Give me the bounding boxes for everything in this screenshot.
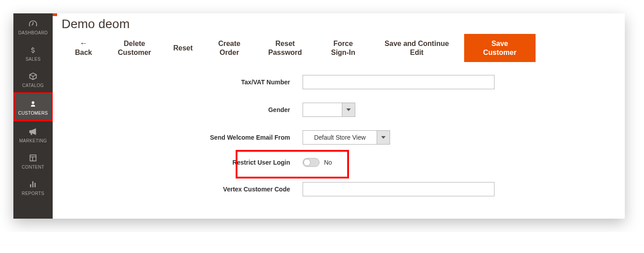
back-label: Back xyxy=(75,48,92,57)
layout-icon xyxy=(27,153,39,163)
sidebar-label: SALES xyxy=(25,57,41,62)
reset-password-button[interactable]: Reset Password xyxy=(256,34,314,62)
sidebar-label: CUSTOMERS xyxy=(18,111,48,116)
label-restrict-login: Restrict User Login xyxy=(62,159,303,166)
arrow-left-icon: ← xyxy=(79,39,87,47)
sidebar-item-marketing[interactable]: MARKETING xyxy=(13,121,53,148)
sidebar-label: REPORTS xyxy=(22,191,44,196)
row-restrict-login: Restrict User Login No xyxy=(62,158,616,167)
title-row: Demo deom xyxy=(53,13,625,34)
label-vertex-code: Vertex Customer Code xyxy=(62,186,303,193)
tax-vat-input[interactable] xyxy=(303,75,494,89)
sidebar: DASHBOARD SALES CATALOG CUSTOMERS MARKET… xyxy=(13,13,53,219)
bar-chart-icon xyxy=(27,179,39,190)
sidebar-item-dashboard[interactable]: DASHBOARD xyxy=(13,13,53,40)
welcome-email-value: Default Store View xyxy=(303,130,377,145)
save-customer-button[interactable]: Save Customer xyxy=(464,34,536,62)
row-welcome-email: Send Welcome Email From Default Store Vi… xyxy=(62,130,616,145)
page-title: Demo deom xyxy=(62,17,616,31)
action-toolbar: ← Back Delete Customer Reset Create Orde… xyxy=(53,34,625,62)
reset-button[interactable]: Reset xyxy=(163,34,203,62)
sidebar-item-content[interactable]: CONTENT xyxy=(13,148,53,174)
toggle-knob xyxy=(303,159,311,166)
label-tax-vat: Tax/VAT Number xyxy=(62,79,303,86)
back-button[interactable]: ← Back xyxy=(62,34,105,62)
sidebar-item-customers[interactable]: CUSTOMERS xyxy=(13,92,53,121)
save-continue-button[interactable]: Save and Continue Edit xyxy=(372,34,461,62)
delete-customer-button[interactable]: Delete Customer xyxy=(105,34,163,62)
vertex-code-input[interactable] xyxy=(303,182,494,196)
box-icon xyxy=(27,71,39,82)
sidebar-label: CONTENT xyxy=(22,165,44,170)
chevron-down-icon xyxy=(377,130,390,145)
form-area: Tax/VAT Number Gender Send Welc xyxy=(53,62,625,219)
sidebar-label: MARKETING xyxy=(19,138,47,143)
sidebar-label: CATALOG xyxy=(22,83,44,88)
row-gender: Gender xyxy=(62,103,616,117)
row-tax-vat: Tax/VAT Number xyxy=(62,75,616,89)
create-order-button[interactable]: Create Order xyxy=(203,34,256,62)
gender-select[interactable] xyxy=(303,103,355,117)
main-panel: Demo deom ← Back Delete Customer Reset C… xyxy=(53,13,625,219)
restrict-login-value: No xyxy=(324,159,332,166)
label-welcome-email: Send Welcome Email From xyxy=(62,134,303,141)
sidebar-item-reports[interactable]: REPORTS xyxy=(13,174,53,200)
sidebar-item-sales[interactable]: SALES xyxy=(13,40,53,66)
row-vertex-code: Vertex Customer Code xyxy=(62,182,616,196)
welcome-email-select[interactable]: Default Store View xyxy=(303,130,390,145)
gender-value xyxy=(303,103,342,117)
sidebar-item-catalog[interactable]: CATALOG xyxy=(13,66,53,92)
megaphone-icon xyxy=(27,126,39,137)
person-icon xyxy=(27,99,39,109)
label-gender: Gender xyxy=(62,106,303,113)
restrict-login-toggle[interactable] xyxy=(303,158,320,167)
sidebar-label: DASHBOARD xyxy=(18,30,48,35)
brand-accent xyxy=(53,13,57,16)
app-window: DASHBOARD SALES CATALOG CUSTOMERS MARKET… xyxy=(13,13,625,219)
chevron-down-icon xyxy=(342,103,355,117)
dollar-icon xyxy=(27,45,39,55)
force-signin-button[interactable]: Force Sign-In xyxy=(314,34,372,62)
gauge-icon xyxy=(27,18,39,29)
